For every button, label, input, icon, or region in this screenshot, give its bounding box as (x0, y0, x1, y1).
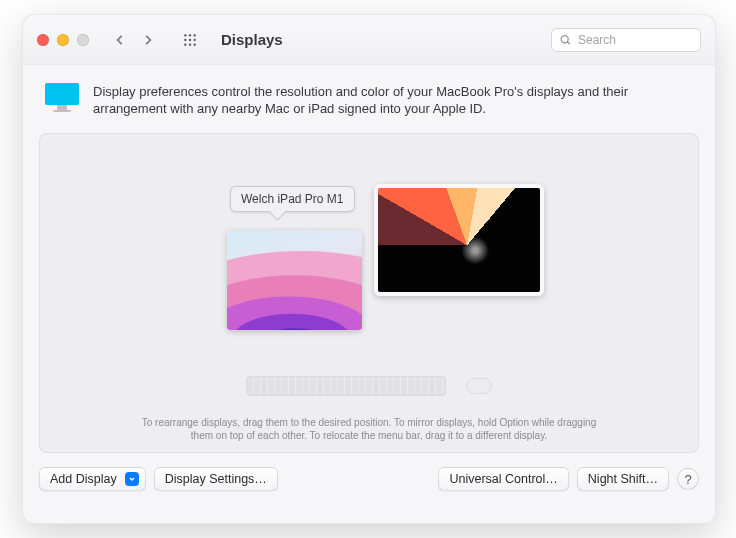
system-preferences-window: Displays Display preferences control the… (22, 14, 716, 524)
nav-buttons (109, 29, 159, 51)
arrangement-stage[interactable]: Welch iPad Pro M1 (40, 134, 698, 382)
add-display-label: Add Display (50, 472, 117, 486)
night-shift-label: Night Shift… (588, 472, 658, 486)
svg-point-1 (189, 34, 191, 36)
window-controls (37, 34, 89, 46)
search-wrap (551, 28, 701, 52)
forward-button[interactable] (137, 29, 159, 51)
night-shift-button[interactable]: Night Shift… (577, 467, 669, 491)
hint-line-2: them on top of each other. To relocate t… (191, 430, 547, 441)
display-settings-button[interactable]: Display Settings… (154, 467, 278, 491)
display-settings-label: Display Settings… (165, 472, 267, 486)
svg-point-2 (194, 34, 196, 36)
svg-point-7 (189, 43, 191, 45)
show-all-preferences-button[interactable] (179, 29, 201, 51)
footer: Add Display Display Settings… Universal … (23, 467, 715, 507)
universal-control-label: Universal Control… (449, 472, 557, 486)
search-icon (559, 33, 572, 46)
svg-point-0 (184, 34, 186, 36)
svg-point-3 (184, 38, 186, 40)
titlebar: Displays (23, 15, 715, 65)
page-title: Displays (221, 31, 283, 48)
displays-icon (45, 83, 79, 117)
minimize-window-button[interactable] (57, 34, 69, 46)
arrangement-hint: To rearrange displays, drag them to the … (40, 416, 698, 442)
dropdown-caret-icon (125, 472, 139, 486)
close-window-button[interactable] (37, 34, 49, 46)
svg-point-4 (189, 38, 191, 40)
display-name-tooltip: Welch iPad Pro M1 (230, 186, 355, 212)
help-label: ? (684, 472, 691, 487)
svg-line-10 (567, 41, 570, 44)
svg-point-6 (184, 43, 186, 45)
intro-row: Display preferences control the resoluti… (23, 65, 715, 125)
hint-line-1: To rearrange displays, drag them to the … (142, 417, 597, 428)
search-input[interactable] (551, 28, 701, 52)
wallpaper-monterey (227, 230, 362, 330)
back-button[interactable] (109, 29, 131, 51)
display-thumbnail-ipad[interactable] (227, 230, 362, 330)
add-display-button[interactable]: Add Display (39, 467, 146, 491)
wallpaper-abstract (378, 188, 540, 292)
arrangement-panel: Welch iPad Pro M1 To rearrange displays,… (39, 133, 699, 453)
display-thumbnail-macbook[interactable] (374, 184, 544, 296)
help-button[interactable]: ? (677, 468, 699, 490)
svg-point-5 (194, 38, 196, 40)
svg-point-9 (561, 35, 568, 42)
intro-text: Display preferences control the resoluti… (93, 83, 693, 117)
svg-point-8 (194, 43, 196, 45)
zoom-window-button[interactable] (77, 34, 89, 46)
universal-control-button[interactable]: Universal Control… (438, 467, 568, 491)
